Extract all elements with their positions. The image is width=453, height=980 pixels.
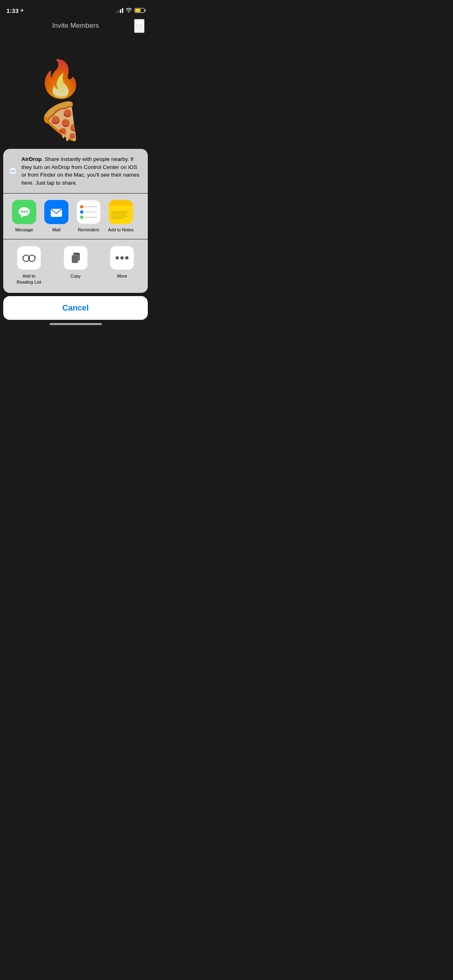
signal-bar-1 [116,11,117,13]
signal-bar-4 [122,8,123,13]
action-label-more: More [117,273,127,279]
share-button[interactable] [134,19,145,33]
notes-icon [109,200,133,224]
action-item-more[interactable]: More [101,246,143,285]
app-item-notes[interactable]: Add to Notes [105,200,137,233]
time-display: 1:33 [6,7,19,14]
svg-point-18 [116,256,119,259]
svg-rect-17 [72,255,78,263]
svg-point-6 [21,211,23,213]
battery-indicator: ⚡ [134,8,145,13]
message-icon [12,200,36,224]
svg-point-7 [23,211,25,213]
airdrop-section: AirDrop. Share instantly with people nea… [3,149,148,193]
svg-point-8 [26,211,28,213]
app-label-notes: Add to Notes [108,227,134,233]
page-title: Invite Members [52,22,99,30]
signal-bar-3 [120,9,121,13]
airdrop-description: AirDrop. Share instantly with people nea… [21,155,141,187]
signal-bar-2 [118,10,119,13]
actions-row: Add toReading List Copy [8,246,143,285]
svg-line-14 [35,257,36,257]
apps-section: Message Mail [3,194,148,239]
svg-line-13 [22,257,23,257]
app-label-mail: Mail [52,227,60,233]
share-sheet-inner: AirDrop. Share instantly with people nea… [3,149,148,293]
app-item-reminders[interactable]: Reminders [72,200,105,233]
nav-bar: Invite Members [0,18,151,34]
svg-point-20 [125,256,128,259]
airdrop-title: AirDrop [21,156,41,162]
mail-icon [44,200,68,224]
app-item-message[interactable]: Message [8,200,40,233]
status-bar: 1:33 ✈ ⚡ [0,0,151,18]
action-item-reading-list[interactable]: Add toReading List [8,246,50,285]
svg-point-19 [120,256,124,259]
action-item-copy[interactable]: Copy [55,246,97,285]
app-label-reminders: Reminders [78,227,99,233]
svg-point-3 [12,172,13,172]
signal-bars [116,8,123,13]
status-right: ⚡ [116,8,145,14]
app-label-message: Message [15,227,33,233]
wifi-icon [126,8,132,14]
copy-icon [64,246,88,270]
action-label-reading-list: Add toReading List [17,273,41,285]
battery-fill: ⚡ [135,9,141,12]
svg-marker-5 [21,215,24,218]
reading-list-icon [17,246,41,270]
main-content: 🔥🍕 [0,34,151,146]
home-bar [50,323,102,325]
action-label-copy: Copy [70,273,81,279]
airdrop-icon [10,161,16,181]
apps-row: Message Mail [3,200,148,233]
app-logo: 🔥🍕 [38,58,114,142]
home-indicator [0,320,151,327]
reminders-icon [77,200,101,224]
more-icon [110,246,134,270]
app-item-mail[interactable]: Mail [40,200,72,233]
status-time: 1:33 ✈ [6,7,24,14]
share-sheet: AirDrop. Share instantly with people nea… [0,149,151,327]
actions-section: Add toReading List Copy [3,239,148,293]
location-icon: ✈ [20,8,24,13]
cancel-section: Cancel [3,296,148,320]
cancel-button[interactable]: Cancel [3,296,148,320]
